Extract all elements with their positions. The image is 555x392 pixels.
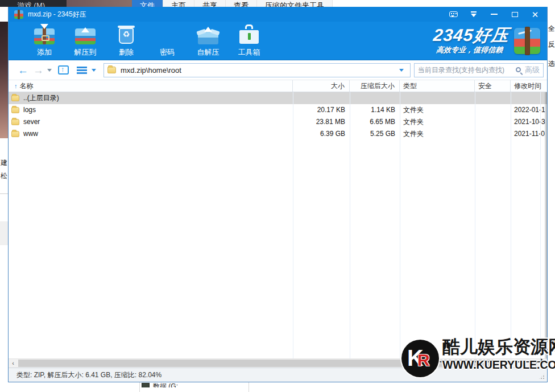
file-list[interactable]: ..(上层目录)logs20.17 KB1.14 KB文件夹2022-01-1s… xyxy=(9,92,547,358)
background-ribbon-tab: 共享 xyxy=(194,0,226,7)
folder-icon xyxy=(11,95,19,101)
column-divider xyxy=(293,92,293,358)
table-row[interactable]: www6.39 GB5.25 GB文件夹2021-11-0 xyxy=(9,128,547,140)
toolbar-button-删除[interactable]: ♻删除 xyxy=(110,24,143,57)
folder-icon xyxy=(11,131,19,137)
background-fill xyxy=(0,221,8,245)
column-divider xyxy=(511,92,511,358)
background-fill xyxy=(333,0,555,7)
search-icon[interactable] xyxy=(516,67,521,72)
toolbar-button-label: 自解压 xyxy=(197,47,219,57)
background-left-strip: 建 松 xyxy=(0,7,8,392)
view-list-icon[interactable] xyxy=(77,67,87,74)
column-divider xyxy=(540,92,541,358)
column-header-modified[interactable]: 修改时间 xyxy=(511,80,547,92)
close-icon: ✕ xyxy=(532,10,539,19)
status-bar: 类型: ZIP, 解压后大小: 6.41 GB, 压缩比: 82.04% xyxy=(9,368,547,382)
navigation-bar: ← → 高级 xyxy=(9,60,547,80)
file-name: ..(上层目录) xyxy=(23,92,59,104)
toolbar-button-添加[interactable]: 添加 xyxy=(28,24,61,57)
maximize-icon xyxy=(512,12,518,17)
background-text-fragment: 选 xyxy=(548,59,555,69)
file-name: www xyxy=(23,128,38,140)
collapse-toolbar-button[interactable] xyxy=(466,9,481,19)
close-button[interactable]: ✕ xyxy=(528,9,542,19)
password-icon xyxy=(156,24,179,46)
resize-grip[interactable] xyxy=(538,373,545,380)
background-bottom-strip: 数据 (G: xyxy=(0,382,555,392)
file-modified: 2021-10-3 xyxy=(511,116,547,128)
back-button[interactable]: ← xyxy=(18,65,28,76)
file-packed: 5.25 GB xyxy=(350,128,400,140)
background-photo-fragment xyxy=(67,0,132,7)
up-level-icon[interactable] xyxy=(58,65,69,75)
column-divider xyxy=(400,92,400,358)
toolbar-button-密码[interactable]: 密码 xyxy=(151,24,184,57)
advanced-search-button[interactable]: 高级 xyxy=(525,65,540,75)
background-ribbon-tab: 查看 xyxy=(226,0,257,7)
column-header-packed[interactable]: 压缩后大小 xyxy=(350,80,400,92)
column-divider xyxy=(475,92,475,358)
file-type: 文件夹 xyxy=(400,116,475,128)
toolbar-button-label: 密码 xyxy=(160,47,175,57)
address-dropdown-icon[interactable] xyxy=(399,69,404,74)
column-header-name[interactable]: ↑名称 xyxy=(9,80,293,92)
file-packed: 6.65 MB xyxy=(350,116,400,128)
column-header-security[interactable]: 安全 xyxy=(475,80,511,92)
minimize-icon xyxy=(491,14,498,15)
table-row[interactable]: logs20.17 KB1.14 KB文件夹2022-01-1 xyxy=(9,104,547,116)
file-type: 文件夹 xyxy=(400,128,475,140)
search-input[interactable] xyxy=(418,66,515,74)
file-security xyxy=(475,128,511,140)
background-drive-item: 数据 (G: xyxy=(142,382,178,387)
view-dropdown-icon[interactable] xyxy=(92,69,96,74)
address-input[interactable] xyxy=(121,66,398,75)
scrollbar-thumb[interactable] xyxy=(18,360,499,367)
toolbar-button-工具箱[interactable]: 工具箱 xyxy=(233,24,266,57)
toolbox-icon xyxy=(238,24,260,46)
titlebar[interactable]: mxd.zip - 2345好压 ✕ xyxy=(9,7,547,22)
add-archive-icon xyxy=(33,24,56,46)
column-header-size[interactable]: 大小 xyxy=(293,80,350,92)
scroll-right-icon[interactable]: › xyxy=(531,359,540,368)
haozip-window: mxd.zip - 2345好压 ✕ 添加解压到♻删除密码自解压工具箱 2345… xyxy=(8,7,548,382)
background-photo-fragment xyxy=(0,22,8,138)
delete-icon: ♻ xyxy=(115,24,138,46)
brand-title: 2345好压 xyxy=(433,27,510,44)
history-dropdown-icon[interactable] xyxy=(47,69,52,74)
file-modified xyxy=(511,92,547,104)
minimize-button[interactable] xyxy=(487,9,502,19)
divider xyxy=(139,382,140,392)
background-text-fragment: 松 xyxy=(1,171,7,181)
window-title: mxd.zip - 2345好压 xyxy=(28,10,86,19)
file-security xyxy=(475,104,511,116)
background-text-fragment: 全 xyxy=(548,24,555,34)
brand-area: 2345好压 高效专业，值得信赖 xyxy=(433,22,540,60)
file-security xyxy=(475,116,511,128)
table-row[interactable]: sever23.81 MB6.65 MB文件夹2021-10-3 xyxy=(9,116,547,128)
chevron-down-icon xyxy=(470,11,477,17)
scroll-left-icon[interactable]: ‹ xyxy=(9,359,18,368)
toolbar-button-自解压[interactable]: 自解压 xyxy=(192,24,225,57)
address-bar[interactable] xyxy=(103,63,411,77)
toolbar-button-解压到[interactable]: 解压到 xyxy=(69,24,102,57)
background-ribbon-tab: 主页 xyxy=(163,0,194,7)
feedback-icon xyxy=(449,11,458,17)
background-menu-item: 游戏 (M) xyxy=(0,0,67,7)
horizontal-scrollbar[interactable]: ‹ › xyxy=(9,358,547,368)
divider xyxy=(248,382,249,392)
screen: 游戏 (M) 文件主页共享查看压缩的文件夹工具 建 松 全 反 选 数据 (G:… xyxy=(0,0,555,392)
file-size: 23.81 MB xyxy=(293,116,350,128)
background-right-strip: 全 反 选 xyxy=(548,7,555,392)
table-row[interactable]: ..(上层目录) xyxy=(9,92,547,104)
toolbar-button-label: 添加 xyxy=(37,47,52,57)
file-packed: 1.14 KB xyxy=(350,104,400,116)
forward-button[interactable]: → xyxy=(33,65,44,76)
feedback-button[interactable] xyxy=(446,9,461,19)
column-header-type[interactable]: 类型 xyxy=(400,80,475,92)
brand-logo-icon xyxy=(514,28,540,54)
list-header: ↑名称 大小 压缩后大小 类型 安全 修改时间 xyxy=(9,80,547,92)
search-box[interactable]: 高级 xyxy=(414,63,544,77)
app-archive-icon xyxy=(14,10,23,19)
maximize-button[interactable] xyxy=(507,9,522,19)
